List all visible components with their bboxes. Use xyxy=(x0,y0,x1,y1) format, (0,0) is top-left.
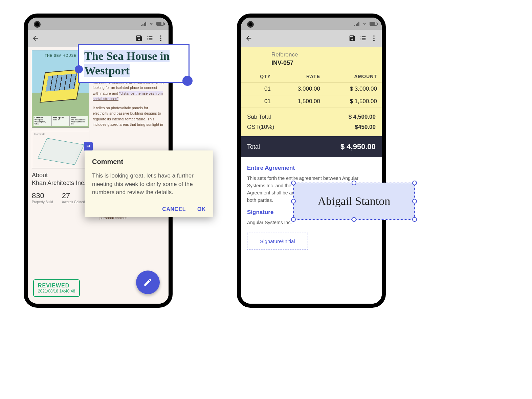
save-button[interactable] xyxy=(349,34,356,42)
total-label: Total xyxy=(247,143,260,150)
reviewed-stamp: REVIEWED 2021/08/18 14:40:48 xyxy=(33,279,80,297)
total-value: $ 4,950.00 xyxy=(340,142,376,151)
gst-label: GST(10%) xyxy=(247,124,274,131)
iso-label: Isometric xyxy=(34,133,45,136)
signature-field[interactable]: Signature/Initial xyxy=(247,233,308,250)
comment-dialog: Comment This is looking great, let's hav… xyxy=(85,150,213,217)
svg-point-3 xyxy=(373,36,375,37)
col-qty: QTY xyxy=(241,70,275,83)
resize-handle[interactable] xyxy=(352,181,356,185)
reference-value: INV-057 xyxy=(271,60,376,70)
comment-marker-icon[interactable] xyxy=(84,142,93,151)
resize-handle[interactable] xyxy=(291,217,296,222)
gst-value: $450.00 xyxy=(355,124,376,131)
battery-icon xyxy=(156,22,164,26)
total-row: Total $ 4,950.00 xyxy=(241,136,382,157)
reference-block: Reference INV-057 xyxy=(241,47,382,70)
signature-drawn: Abigail Stanton xyxy=(318,195,390,208)
reference-label: Reference xyxy=(271,51,376,58)
subtotal-value: $ 4,500.00 xyxy=(349,114,376,120)
back-button[interactable] xyxy=(32,34,39,42)
list-button[interactable] xyxy=(359,34,367,42)
stat-item: 830Property Build xyxy=(32,191,53,204)
isometric-image: Isometric xyxy=(32,131,89,168)
resize-handle[interactable] xyxy=(412,199,417,204)
col-rate: RATE xyxy=(275,70,325,83)
toolbar xyxy=(241,30,382,47)
svg-point-4 xyxy=(373,38,375,39)
svg-point-0 xyxy=(160,36,161,37)
comment-heading: Comment xyxy=(92,158,206,166)
signal-icon xyxy=(141,22,146,26)
wifi-icon xyxy=(362,21,367,26)
edit-fab[interactable] xyxy=(136,271,160,294)
save-button[interactable] xyxy=(135,34,143,42)
resize-handle[interactable] xyxy=(412,181,417,185)
wifi-icon xyxy=(149,21,154,26)
subtotal-label: Sub Total xyxy=(247,114,271,120)
signal-icon xyxy=(354,22,359,26)
signature-selection[interactable]: Abigail Stanton xyxy=(293,183,415,220)
stat-item: 27Awards Gained xyxy=(62,191,85,204)
battery-icon xyxy=(370,22,377,26)
resize-handle[interactable] xyxy=(291,199,296,204)
svg-point-2 xyxy=(160,40,161,41)
invoice-view[interactable]: Reference INV-057 QTY RATE AMOUNT 01 3,0… xyxy=(241,47,382,304)
status-bar xyxy=(28,18,169,30)
more-button[interactable] xyxy=(157,34,164,42)
more-button[interactable] xyxy=(370,34,378,42)
resize-handle[interactable] xyxy=(412,217,417,222)
phone-2: Reference INV-057 QTY RATE AMOUNT 01 3,0… xyxy=(237,14,386,308)
camera-cutout xyxy=(34,21,41,28)
cancel-button[interactable]: CANCEL xyxy=(162,206,186,212)
table-row: 01 1,500.00 $ 1,500.00 xyxy=(241,95,382,108)
list-button[interactable] xyxy=(146,34,154,42)
agreement-heading: Entire Agreement xyxy=(247,165,376,171)
table-row: 01 3,000.00 $ 3,000.00 xyxy=(241,83,382,95)
svg-point-1 xyxy=(160,38,161,39)
invoice-table: QTY RATE AMOUNT 01 3,000.00 $ 3,000.00 0… xyxy=(241,70,382,108)
ok-button[interactable]: OK xyxy=(197,206,206,212)
comment-body: This is looking great, let's have a furt… xyxy=(92,172,206,197)
status-bar xyxy=(241,18,382,30)
selected-title[interactable]: The Sea House in Westport xyxy=(78,44,190,83)
col-amount: AMOUNT xyxy=(325,70,382,83)
back-button[interactable] xyxy=(245,34,252,42)
resize-handle[interactable] xyxy=(352,217,356,222)
summary-block: Sub Total $ 4,500.00 GST(10%) $450.00 xyxy=(241,108,382,136)
camera-cutout xyxy=(247,21,254,28)
hero-meta: LocationWestport, Washington, USA Area S… xyxy=(34,116,88,126)
resize-handle[interactable] xyxy=(291,181,296,185)
svg-point-5 xyxy=(373,40,375,41)
